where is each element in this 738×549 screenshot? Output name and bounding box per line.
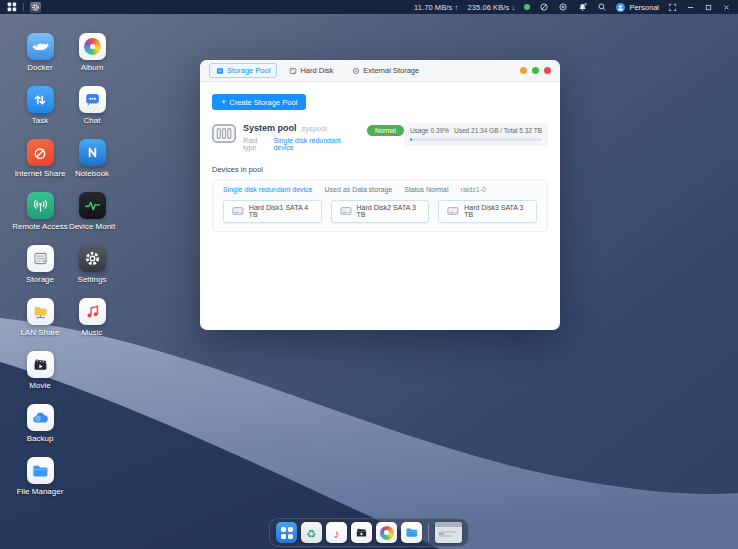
desktop-icon-chat[interactable]: Chat [66, 86, 118, 139]
usage-panel: Usage 0.39% Used 21.34 GB / Total 5.32 T… [404, 123, 548, 146]
user-menu[interactable]: Personal [616, 3, 659, 12]
disk-icon [447, 206, 459, 216]
widgets-icon[interactable] [558, 2, 568, 12]
disk-chip-list: Hard Disk1 SATA 4 TB Hard Disk2 SATA 3 T… [223, 200, 537, 223]
desktop-icon-music[interactable]: Music [66, 298, 118, 351]
minimize-icon[interactable] [686, 3, 695, 12]
raid-type-link[interactable]: Single disk redundant device [273, 137, 353, 151]
task-arrows-icon [27, 86, 54, 113]
launcher-icon[interactable] [7, 2, 17, 12]
storage-pool-panel: + Create Storage Pool System pool syspoo… [200, 82, 560, 330]
download-speed: 235.06 KB/s ↓ [467, 3, 515, 12]
status-dot[interactable] [524, 4, 530, 10]
desktop-icon-lan-share[interactable]: LAN Share [14, 298, 66, 351]
tab-external-storage[interactable]: External Storage [345, 63, 426, 78]
desktop-icon-label: Task [32, 116, 48, 125]
desktop-icon-label: Docker [27, 63, 52, 72]
devices-panel: Single disk redundant device Used as Dat… [212, 179, 548, 232]
desktop-icon-label: Music [82, 328, 103, 337]
dock-file-manager-icon[interactable] [401, 522, 422, 543]
pool-name: System pool [243, 123, 297, 133]
desktop-icon-backup[interactable]: Backup [14, 404, 66, 457]
desktop-icon-label: Remote Access [12, 222, 68, 231]
tab-hard-disk[interactable]: Hard Disk [282, 63, 340, 78]
pool-disk-array-icon [212, 123, 236, 144]
dock-music-icon[interactable] [326, 522, 347, 543]
desktop-icon-movie[interactable]: Movie [14, 351, 66, 404]
close-icon[interactable] [722, 3, 731, 12]
file-manager-folder-icon [27, 457, 54, 484]
desktop-icon-remote-access[interactable]: Remote Access [14, 192, 66, 245]
user-name: Personal [629, 3, 659, 12]
storage-drive-icon [27, 245, 54, 272]
disk-label: Hard Disk2 SATA 3 TB [357, 204, 421, 218]
desktop-icon-album[interactable]: Album [66, 33, 118, 86]
window-header[interactable]: Storage Pool Hard Disk External Storage [200, 60, 560, 82]
upload-speed: 11.70 MB/s ↑ [414, 3, 458, 12]
desktop-icon-label: Backup [27, 434, 54, 443]
desktop-icon-label: Notebook [75, 169, 109, 178]
desktop-icon-label: Chat [84, 116, 101, 125]
remote-access-antenna-icon [27, 192, 54, 219]
tab-label: Storage Pool [227, 66, 270, 75]
active-app-settings-icon[interactable] [30, 2, 41, 13]
disk-chip-2[interactable]: Hard Disk2 SATA 3 TB [331, 200, 430, 223]
desktop-icon-storage[interactable]: Storage [14, 245, 66, 298]
chat-bubble-icon [79, 86, 106, 113]
desktop-icon-internet-share[interactable]: Internet Share [14, 139, 66, 192]
plus-icon: + [221, 99, 226, 105]
desktop-icon-task[interactable]: Task [14, 86, 66, 139]
docker-whale-icon [27, 33, 54, 60]
window-close-dot[interactable] [544, 67, 551, 74]
window-controls [520, 67, 551, 74]
settings-gear-icon [79, 245, 106, 272]
desktop-icon-docker[interactable]: Docker [14, 33, 66, 86]
desktop-icon-device-monit[interactable]: Device Monit [66, 192, 118, 245]
do-not-disturb-icon[interactable] [539, 2, 549, 12]
used-as-text: Used as Data storage [325, 186, 393, 193]
desktop-icon-label: Storage [26, 275, 54, 284]
disk-label: Hard Disk3 SATA 3 TB [464, 204, 528, 218]
desktop-icon-notebook[interactable]: Notebook [66, 139, 118, 192]
desktop-icon-label: File Manager [17, 487, 64, 496]
window-minimize-dot[interactable] [520, 67, 527, 74]
desktop-icon-settings[interactable]: Settings [66, 245, 118, 298]
tab-storage-pool[interactable]: Storage Pool [209, 63, 277, 78]
storage-pool-window: Storage Pool Hard Disk External Storage … [200, 60, 560, 330]
raid-group-id: raidz1-0 [461, 186, 486, 193]
internet-share-compass-icon [27, 139, 54, 166]
hard-disk-icon [289, 67, 297, 75]
search-icon[interactable] [597, 2, 607, 12]
backup-cloud-icon [27, 404, 54, 431]
status-text: Status Normal [404, 186, 448, 193]
raid-mode-link[interactable]: Single disk redundant device [223, 186, 313, 193]
disk-icon [232, 206, 244, 216]
desktop-icon-label: Device Monit [69, 222, 115, 231]
dock-recycle-bin-icon[interactable] [301, 522, 322, 543]
dock-app-center-icon[interactable] [276, 522, 297, 543]
dock-movie-icon[interactable] [351, 522, 372, 543]
dock-window-thumbnail[interactable] [435, 522, 462, 543]
desktop-icon-file-manager[interactable]: File Manager [14, 457, 66, 510]
disk-chip-3[interactable]: Hard Disk3 SATA 3 TB [438, 200, 537, 223]
desktop-icon-label: Internet Share [15, 169, 66, 178]
desktop-screen: 11.70 MB/s ↑ 235.06 KB/s ↓ Personal [0, 0, 738, 549]
album-flower-icon [79, 33, 106, 60]
dock-album-icon[interactable] [376, 522, 397, 543]
disk-chip-1[interactable]: Hard Disk1 SATA 4 TB [223, 200, 322, 223]
usage-progress-bar [410, 138, 542, 141]
fullscreen-icon[interactable] [668, 3, 677, 12]
dock [269, 518, 469, 547]
maximize-icon[interactable] [704, 3, 713, 12]
movie-clapperboard-icon [27, 351, 54, 378]
storage-pool-icon [216, 67, 224, 75]
create-storage-pool-button[interactable]: + Create Storage Pool [212, 94, 306, 110]
usage-percent-text: Usage 0.39% [410, 127, 449, 134]
user-avatar [616, 3, 625, 12]
create-button-label: Create Storage Pool [229, 98, 297, 107]
tab-label: External Storage [363, 66, 419, 75]
menubar-separator [23, 3, 24, 11]
disk-icon [340, 206, 352, 216]
window-maximize-dot[interactable] [532, 67, 539, 74]
notification-bell-icon[interactable] [577, 2, 588, 13]
